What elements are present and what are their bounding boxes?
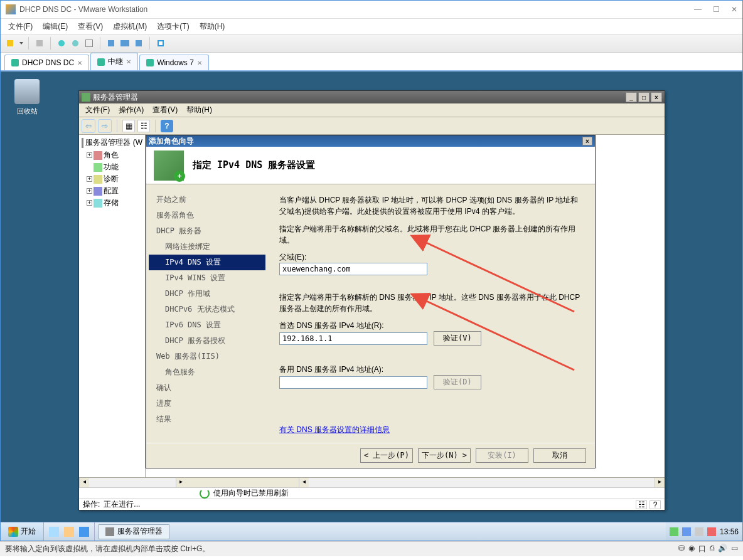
ie-icon[interactable] xyxy=(79,527,89,537)
server-manager-titlebar[interactable]: 服务器管理器 _ □ × xyxy=(79,91,665,103)
preferred-dns-input[interactable] xyxy=(279,332,427,345)
tray-shield-icon[interactable] xyxy=(707,527,716,536)
wizard-nav-item[interactable]: 开始之前 xyxy=(149,192,265,208)
recycle-bin-icon[interactable]: 回收站 xyxy=(9,79,45,116)
tree-item-features[interactable]: +功能 xyxy=(80,161,144,173)
tray-icon[interactable] xyxy=(670,527,678,536)
sm-menu-view[interactable]: 查看(V) xyxy=(149,103,181,117)
validate-alternate-button[interactable]: 验证(D) xyxy=(434,375,481,389)
minimize-button[interactable]: — xyxy=(694,5,702,14)
menu-view[interactable]: 查看(V) xyxy=(74,20,107,33)
snapshot-button[interactable] xyxy=(56,38,67,49)
quickswitch-button[interactable] xyxy=(105,38,117,49)
device-hdd-icon[interactable]: ⛁ xyxy=(678,544,685,554)
nav-forward-button[interactable] xyxy=(98,119,112,133)
tree-item-roles[interactable]: +角色 xyxy=(80,149,144,161)
device-cd-icon[interactable]: ◉ xyxy=(688,544,695,554)
unity-button[interactable] xyxy=(133,38,144,49)
wizard-nav-item[interactable]: DHCP 作用域 xyxy=(149,286,265,302)
power-on-button[interactable] xyxy=(4,38,16,49)
device-display-icon[interactable]: ▭ xyxy=(731,544,738,554)
show-hide-tree-button[interactable]: ▦ xyxy=(122,120,135,132)
device-sound-icon[interactable]: 🔊 xyxy=(718,544,727,554)
tree-item-configuration[interactable]: +配置 xyxy=(80,185,144,197)
tray-volume-icon[interactable] xyxy=(695,527,703,536)
menu-help[interactable]: 帮助(H) xyxy=(196,20,229,33)
wizard-nav-item[interactable]: Web 服务器(IIS) xyxy=(149,349,265,364)
maximize-button[interactable]: □ xyxy=(638,92,649,102)
taskbar-item-label: 服务器管理器 xyxy=(117,526,163,537)
close-button[interactable]: × xyxy=(651,92,662,102)
wizard-prev-button[interactable]: < 上一步(P) xyxy=(360,448,413,463)
send-ctrl-alt-del-button[interactable] xyxy=(34,38,45,49)
device-usb-icon[interactable]: ⎙ xyxy=(710,544,714,554)
close-tab-icon[interactable]: ✕ xyxy=(77,60,82,66)
vm-tab-windows7[interactable]: Windows 7 ✕ xyxy=(139,55,209,70)
minimize-button[interactable]: _ xyxy=(626,92,637,102)
trash-icon xyxy=(14,79,40,104)
sm-menu-help[interactable]: 帮助(H) xyxy=(183,103,216,117)
explorer-icon[interactable] xyxy=(64,527,74,537)
alternate-dns-input[interactable] xyxy=(279,376,427,389)
wizard-nav-item[interactable]: DHCP 服务器 xyxy=(149,223,265,239)
wizard-nav-item[interactable]: 网络连接绑定 xyxy=(149,239,265,255)
nav-back-button[interactable] xyxy=(82,119,95,133)
vm-tab-dhcp-dns-dc[interactable]: DHCP DNS DC ✕ xyxy=(4,55,89,70)
horizontal-scrollbar[interactable]: ◂▸ ◂▸ xyxy=(79,478,665,488)
tree-item-diagnostics[interactable]: +诊断 xyxy=(80,173,144,185)
help-icon[interactable]: ? xyxy=(161,120,173,132)
system-tray: 13:56 xyxy=(666,522,742,541)
close-tab-icon[interactable]: ✕ xyxy=(197,60,202,66)
menu-file[interactable]: 文件(F) xyxy=(4,20,36,33)
manage-snapshots-button[interactable] xyxy=(83,38,95,49)
properties-button[interactable]: ☷ xyxy=(137,120,150,132)
sm-menu-action[interactable]: 操作(A) xyxy=(115,103,147,117)
wizard-nav-item[interactable]: 服务器角色 xyxy=(149,208,265,223)
tree-item-storage[interactable]: +存储 xyxy=(80,197,144,209)
wizard-nav-item[interactable]: IPv6 DNS 设置 xyxy=(149,317,265,333)
tray-network-icon[interactable] xyxy=(682,527,691,536)
wizard-next-button[interactable]: 下一步(N) > xyxy=(418,448,471,463)
vm-guest-display[interactable]: 回收站 服务器管理器 _ □ × 文件(F) 操作(A) 查看(V) 帮助(H) xyxy=(1,71,742,541)
power-dropdown-icon[interactable] xyxy=(19,42,23,45)
wizard-nav-item[interactable]: DHCPv6 无状态模式 xyxy=(149,302,265,317)
thumbnails-button[interactable] xyxy=(119,38,131,49)
wizard-titlebar[interactable]: 添加角色向导 × xyxy=(146,135,595,147)
wizard-nav-item[interactable]: 角色服务 xyxy=(149,364,265,380)
show-desktop-icon[interactable] xyxy=(49,527,59,537)
sm-menu-file[interactable]: 文件(F) xyxy=(82,103,114,117)
wizard-nav-item[interactable]: 结果 xyxy=(149,411,265,427)
status-icon[interactable]: ☷ xyxy=(636,500,647,509)
wizard-cancel-button[interactable]: 取消 xyxy=(533,448,586,463)
wizard-nav-item[interactable]: 确认 xyxy=(149,380,265,396)
refresh-status-text: 使用向导时已禁用刷新 xyxy=(213,488,289,499)
wizard-close-button[interactable]: × xyxy=(582,137,592,145)
fullscreen-button[interactable] xyxy=(155,38,166,49)
more-info-link[interactable]: 有关 DNS 服务器设置的详细信息 xyxy=(279,425,390,435)
tray-clock[interactable]: 13:56 xyxy=(720,527,739,536)
vm-tab-relay[interactable]: 中继 ✕ xyxy=(90,53,138,70)
taskbar-item-server-manager[interactable]: 服务器管理器 xyxy=(99,524,169,539)
validate-preferred-button[interactable]: 验证(V) xyxy=(434,331,481,346)
revert-button[interactable] xyxy=(70,38,81,49)
wizard-nav-item[interactable]: IPv4 DNS 设置 xyxy=(149,255,265,270)
menu-vm[interactable]: 虚拟机(M) xyxy=(109,20,151,33)
wizard-nav-item[interactable]: 进度 xyxy=(149,396,265,411)
alternate-dns-label: 备用 DNS 服务器 IPv4 地址(A): xyxy=(279,364,584,375)
close-tab-icon[interactable]: ✕ xyxy=(126,58,131,65)
parent-domain-input[interactable] xyxy=(279,263,427,275)
server-manager-icon xyxy=(105,527,114,536)
status-help-icon[interactable]: ? xyxy=(649,500,661,509)
menu-edit[interactable]: 编辑(E) xyxy=(39,20,72,33)
device-network-icon[interactable]: ⼝ xyxy=(698,544,706,554)
maximize-button[interactable]: ☐ xyxy=(713,5,720,14)
wizard-nav-item[interactable]: IPv4 WINS 设置 xyxy=(149,270,265,286)
server-manager-window: 服务器管理器 _ □ × 文件(F) 操作(A) 查看(V) 帮助(H) ▦ ☷ xyxy=(78,90,665,510)
start-button[interactable]: 开始 xyxy=(1,522,43,541)
wizard-nav-item[interactable]: DHCP 服务器授权 xyxy=(149,333,265,349)
tree-root-node[interactable]: 服务器管理器 (W xyxy=(80,136,144,149)
wizard-install-button[interactable]: 安装(I) xyxy=(476,448,528,463)
menu-tabs[interactable]: 选项卡(T) xyxy=(153,20,193,33)
vm-tab-label: Windows 7 xyxy=(157,58,194,67)
close-button[interactable]: ✕ xyxy=(731,5,737,14)
